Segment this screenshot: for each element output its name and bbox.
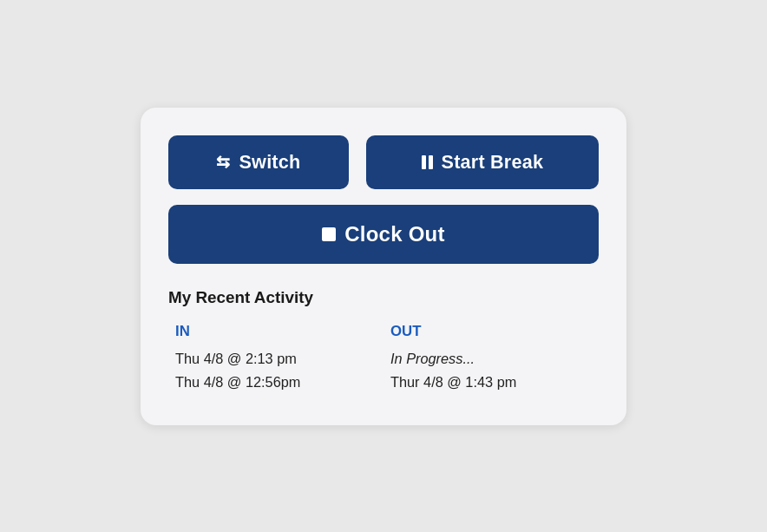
- col-in-header: IN: [168, 323, 384, 347]
- table-row: Thu 4/8 @ 12:56pmThur 4/8 @ 1:43 pm: [168, 371, 599, 394]
- activity-out-cell: In Progress...: [384, 347, 599, 371]
- activity-in-cell: Thu 4/8 @ 12:56pm: [168, 371, 384, 394]
- col-out-header: OUT: [384, 323, 599, 347]
- pause-icon: [422, 155, 433, 169]
- stop-icon: [322, 227, 336, 241]
- top-buttons-row: ⇆ Switch Start Break: [168, 135, 599, 189]
- main-card: ⇆ Switch Start Break Clock Out My Recent…: [141, 108, 626, 425]
- activity-out-cell: Thur 4/8 @ 1:43 pm: [384, 371, 599, 394]
- start-break-label: Start Break: [442, 151, 544, 174]
- table-row: Thu 4/8 @ 2:13 pmIn Progress...: [168, 347, 599, 371]
- switch-icon: ⇆: [216, 152, 230, 172]
- activity-table: IN OUT Thu 4/8 @ 2:13 pmIn Progress...Th…: [168, 323, 599, 394]
- switch-label: Switch: [239, 151, 301, 174]
- activity-in-cell: Thu 4/8 @ 2:13 pm: [168, 347, 384, 371]
- clock-out-button[interactable]: Clock Out: [168, 205, 599, 264]
- activity-section-title: My Recent Activity: [168, 288, 599, 307]
- clock-out-label: Clock Out: [344, 222, 445, 246]
- start-break-button[interactable]: Start Break: [366, 135, 599, 189]
- switch-button[interactable]: ⇆ Switch: [168, 135, 349, 189]
